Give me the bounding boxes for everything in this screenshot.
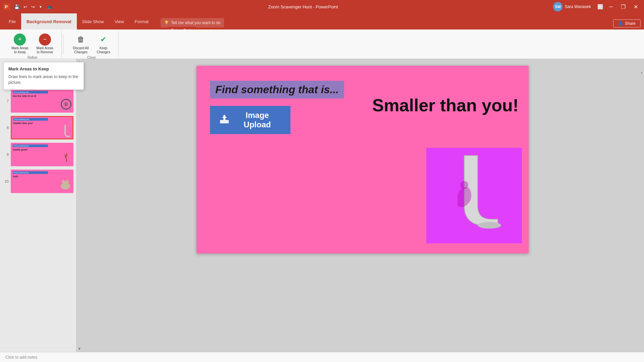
slide-main-text[interactable]: Smaller than you! (337, 96, 519, 115)
share-icon: 👤 (618, 21, 623, 26)
close-button[interactable]: ✕ (631, 2, 641, 11)
slide-9-content: Smells good! (13, 148, 71, 151)
svg-text:P: P (5, 4, 8, 9)
main-area: 6 Find something that... Has numbers on … (0, 59, 644, 352)
slide-item-9[interactable]: 9 Find something that... Smells good! (1, 142, 75, 167)
mark-keep-icon: + (14, 34, 26, 46)
tab-format[interactable]: Format (129, 13, 154, 29)
slide-9-image (13, 151, 71, 165)
ribbon-search[interactable]: 💡 Tell me what you want to do (161, 18, 224, 27)
slide-7-image: B (13, 97, 71, 111)
ribbon-group-close: 🗑 Discard AllChanges ✔ KeepChanges Close (65, 31, 118, 58)
tab-slide-show[interactable]: Slide Show (77, 13, 109, 29)
slide-num-9: 9 (3, 153, 9, 157)
keep-changes-icon: ✔ (97, 34, 109, 46)
upload-label: Image Upload (233, 111, 281, 129)
svg-point-9 (478, 222, 501, 229)
slide-upload-button[interactable]: Image Upload (210, 106, 290, 134)
mark-areas-keep-button[interactable]: + Mark Areasto Keep (9, 32, 31, 56)
discard-icon: 🗑 (75, 34, 87, 46)
tooltip-description: Draw lines to mark areas to keep in the … (8, 74, 79, 85)
mark-remove-icon: − (39, 34, 51, 46)
tooltip-title: Mark Areas to Keep (8, 66, 79, 71)
slide-panel-scrollbar[interactable]: ▲ ▼ (76, 59, 81, 352)
restore-button[interactable]: ❐ (618, 2, 628, 11)
title-bar: P 💾 ↩ ↪ ▼ 📺 Zoom Scavenger Hunt - PowerP… (0, 0, 644, 13)
svg-marker-8 (222, 115, 227, 118)
present-online-icon: 📺 (46, 3, 53, 10)
qat-more-button[interactable]: ▼ (38, 4, 44, 10)
redo-button[interactable]: ↪ (30, 3, 36, 10)
tooltip-box: Mark Areas to Keep Draw lines to mark ar… (3, 62, 84, 90)
slide-item-10[interactable]: 10 Find something that... Soft! (1, 169, 75, 194)
restore-down-icon: ⬜ (597, 3, 604, 10)
slide-10-image (13, 178, 71, 191)
slide-10-title: Find something that... (13, 171, 48, 174)
share-button[interactable]: 👤 Share (613, 19, 641, 27)
title-bar-right: SW Sara Wanasek ⬜ ─ ❐ ✕ (553, 2, 641, 11)
close-buttons: 🗑 Discard AllChanges ✔ KeepChanges (70, 32, 113, 56)
slide-7-content: Has the letter B on it! (13, 95, 71, 97)
slide-canvas: Find something that is... Image Upload S… (197, 66, 529, 253)
ribbon-tabs: File Background Removal Slide Show View … (0, 13, 644, 29)
svg-point-5 (66, 180, 69, 183)
slide-9-title: Find something that... (13, 144, 48, 147)
upload-icon (219, 114, 229, 126)
save-button[interactable]: 💾 (13, 3, 21, 10)
slide-find-text[interactable]: Find something that is... (210, 81, 344, 99)
title-bar-left: P 💾 ↩ ↪ ▼ 📺 (3, 3, 53, 10)
slide-thumb-9[interactable]: Find something that... Smells good! (11, 143, 73, 166)
refine-group-label: Refine (28, 56, 37, 59)
canvas-area: › Find something that is... Image Upload… (81, 59, 644, 352)
slide-10-content: Soft! (13, 175, 71, 178)
slide-item-8[interactable]: 8 Find something that... Smaller than yo… (1, 115, 75, 140)
ribbon-tabs-container: Picture Tools File Background Removal Sl… (0, 13, 644, 29)
ribbon-content: + Mark Areasto Keep − Mark Areasto Remov… (0, 29, 644, 59)
close-group-label: Close (87, 56, 96, 59)
boot-svg (441, 152, 508, 239)
svg-rect-6 (220, 120, 229, 123)
tab-background-removal[interactable]: Background Removal (21, 13, 77, 29)
tab-file[interactable]: File (3, 13, 21, 29)
search-icon: 💡 (164, 20, 169, 25)
refine-buttons: + Mark Areasto Keep − Mark Areasto Remov… (9, 32, 56, 56)
app-icon: P (3, 3, 10, 10)
quick-access-toolbar: 💾 ↩ ↪ ▼ 📺 (13, 3, 53, 10)
slide-8-image (13, 124, 71, 138)
ribbon-divider (63, 34, 63, 54)
discard-changes-button[interactable]: 🗑 Discard AllChanges (70, 32, 91, 56)
slide-8-content: Smaller than you! (13, 122, 71, 124)
keep-changes-button[interactable]: ✔ KeepChanges (94, 32, 113, 56)
svg-point-10 (460, 181, 468, 189)
slide-thumb-8[interactable]: Find something that... Smaller than you! (11, 116, 73, 139)
notes-bar[interactable]: Click to add notes (0, 352, 644, 362)
slide-item-7[interactable]: 7 Find something that... Has the letter … (1, 88, 75, 113)
tab-view[interactable]: View (109, 13, 129, 29)
minimize-button[interactable]: ─ (606, 2, 615, 11)
slide-panel[interactable]: 6 Find something that... Has numbers on … (0, 59, 76, 352)
collapse-sidebar-button[interactable]: › (639, 66, 644, 79)
search-placeholder: Tell me what you want to do (171, 20, 221, 25)
slide-thumb-7[interactable]: Find something that... Has the letter B … (11, 89, 73, 113)
user-name: Sara Wanasek (565, 4, 591, 9)
slide-7-title: Find something that... (13, 91, 48, 94)
slide-num-8: 8 (3, 126, 9, 130)
app-title: Zoom Scavenger Hunt - PowerPoint (268, 4, 338, 9)
slide-image-box[interactable] (426, 148, 522, 243)
undo-button[interactable]: ↩ (22, 3, 29, 10)
slide-num-7: 7 (3, 99, 9, 103)
mark-areas-remove-button[interactable]: − Mark Areasto Remove (34, 32, 56, 56)
user-avatar[interactable]: SW (553, 2, 562, 11)
slide-num-10: 10 (3, 179, 9, 183)
slide-8-title: Find something that... (13, 118, 48, 121)
svg-point-4 (62, 180, 65, 183)
ribbon-group-refine: + Mark Areasto Keep − Mark Areasto Remov… (3, 31, 62, 58)
slide-thumb-10[interactable]: Find something that... Soft! (11, 170, 73, 193)
notes-placeholder: Click to add notes (5, 355, 37, 360)
